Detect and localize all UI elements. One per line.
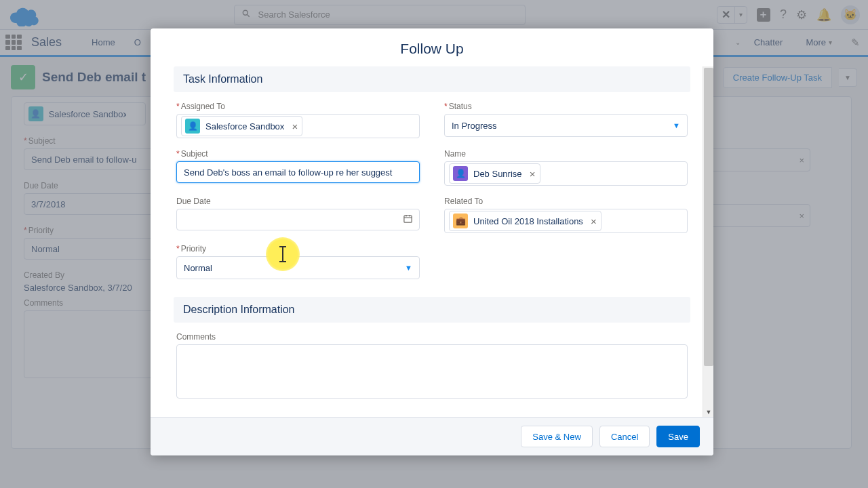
duedate-label: Due Date <box>176 197 211 206</box>
duedate-input[interactable] <box>176 209 420 230</box>
related-to-lookup[interactable]: 💼 United Oil 2018 Installations × <box>444 209 688 233</box>
scroll-down-icon[interactable]: ▼ <box>703 407 713 417</box>
priority-value: Normal <box>184 263 212 273</box>
scrollbar[interactable]: ▼ <box>703 66 713 417</box>
name-label: Name <box>444 149 466 159</box>
section-task-info: Task Information <box>174 66 690 92</box>
assigned-chip-label: Salesforce Sandbox <box>205 121 284 131</box>
followup-modal: Follow Up Task Information *Assigned To … <box>151 28 713 455</box>
contact-icon: 👤 <box>453 166 468 181</box>
comments-label: Comments <box>176 332 216 342</box>
modal-title: Follow Up <box>151 28 713 66</box>
cancel-button[interactable]: Cancel <box>599 426 650 447</box>
chevron-down-icon: ▼ <box>405 264 412 272</box>
chip-remove-icon[interactable]: × <box>530 168 536 180</box>
save-button[interactable]: Save <box>656 426 700 447</box>
name-lookup[interactable]: 👤 Deb Sunrise × <box>444 161 688 186</box>
status-value: In Progress <box>452 121 496 131</box>
section-description-info: Description Information <box>174 297 690 323</box>
related-chip-label: United Oil 2018 Installations <box>473 216 583 226</box>
save-and-new-button[interactable]: Save & New <box>521 426 593 447</box>
chip-remove-icon[interactable]: × <box>292 121 298 132</box>
user-icon: 👤 <box>185 119 200 134</box>
subject-input[interactable] <box>176 161 420 183</box>
opportunity-icon: 💼 <box>453 214 468 228</box>
priority-label: Priority <box>181 244 206 253</box>
assigned-to-lookup[interactable]: 👤 Salesforce Sandbox × <box>176 114 420 138</box>
subject-label: Subject <box>181 149 208 159</box>
assigned-label: Assigned To <box>181 102 225 111</box>
scrollbar-thumb[interactable] <box>704 68 713 366</box>
status-select[interactable]: In Progress ▼ <box>444 114 688 137</box>
chevron-down-icon: ▼ <box>673 121 680 129</box>
comments-textarea[interactable] <box>176 344 688 399</box>
chip-remove-icon[interactable]: × <box>591 216 597 227</box>
priority-select[interactable]: Normal ▼ <box>176 256 420 279</box>
related-label: Related To <box>444 197 483 206</box>
name-chip-label: Deb Sunrise <box>473 169 522 179</box>
status-label: Status <box>449 102 472 111</box>
